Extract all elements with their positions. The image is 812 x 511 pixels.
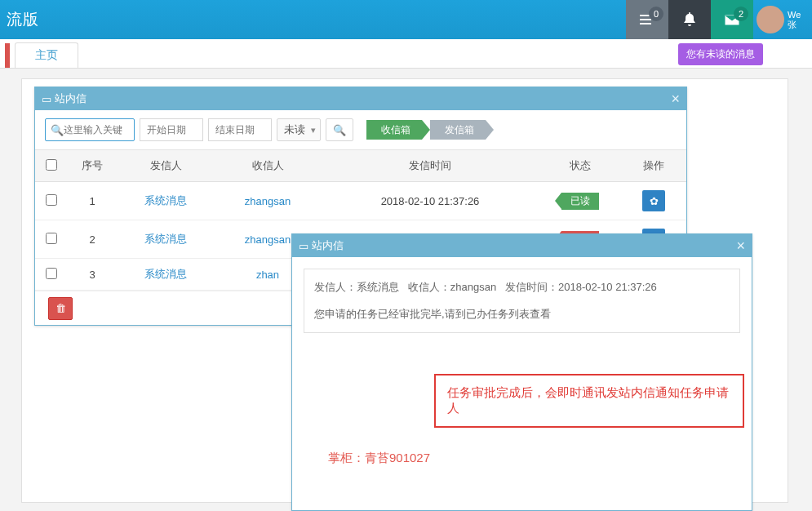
crumb-outbox[interactable]: 发信箱 — [430, 120, 486, 140]
sender-link[interactable]: 系统消息 — [117, 182, 215, 220]
trash-icon: 🗑 — [55, 302, 66, 314]
unread-toast[interactable]: 您有未读的消息 — [678, 43, 763, 65]
start-date-input[interactable] — [140, 118, 203, 141]
gear-icon: ✿ — [650, 195, 659, 207]
close-icon[interactable]: × — [671, 91, 680, 108]
tab-home[interactable]: 主页 — [15, 42, 78, 68]
avatar — [757, 6, 784, 33]
svg-rect-1 — [640, 19, 651, 20]
search-icon: 🔍 — [51, 124, 64, 136]
row-checkbox[interactable] — [46, 233, 57, 244]
brand-title: 流版 — [0, 9, 39, 30]
owner-line: 掌柜：青苔901027 — [328, 451, 740, 466]
search-button[interactable]: 🔍 — [326, 118, 353, 141]
delete-button[interactable]: 🗑 — [48, 297, 73, 320]
status-badge: 已读 — [561, 193, 599, 210]
tab-close-stub[interactable] — [5, 43, 10, 68]
annotation-callout: 任务审批完成后，会即时通讯发站内信通知任务申请人 — [434, 374, 744, 428]
detail-panel-header[interactable]: ▭ 站内信 × — [292, 234, 752, 257]
sender-link[interactable]: 系统消息 — [117, 259, 215, 291]
toolbar: 🔍 未读 🔍 收信箱 发信箱 — [35, 110, 686, 150]
row-action-button[interactable]: ✿ — [642, 190, 665, 211]
col-status: 状态 — [539, 150, 621, 182]
row-checkbox[interactable] — [46, 268, 57, 279]
search-box[interactable]: 🔍 — [45, 118, 135, 141]
notif-list-icon[interactable]: 0 — [626, 0, 668, 39]
window-icon: ▭ — [42, 93, 51, 105]
mail-count-badge: 2 — [734, 7, 748, 21]
detail-panel-title: 站内信 — [312, 238, 344, 253]
notif-count-badge: 0 — [649, 7, 663, 21]
message-meta: 发信人：系统消息 收信人：zhangsan 发信时间：2018-02-10 21… — [304, 269, 740, 333]
search-input[interactable] — [64, 124, 129, 136]
user-menu[interactable]: We 张 — [753, 0, 812, 39]
inbox-panel-header[interactable]: ▭ 站内信 × — [35, 87, 686, 110]
select-all-checkbox[interactable] — [46, 159, 57, 171]
top-icons: 0 2 We 张 — [626, 0, 812, 39]
mail-icon[interactable]: 2 — [711, 0, 753, 39]
sender-link[interactable]: 系统消息 — [117, 220, 215, 259]
bell-icon[interactable] — [668, 0, 711, 39]
col-time: 发信时间 — [321, 150, 539, 182]
search-icon: 🔍 — [333, 124, 346, 136]
close-icon[interactable]: × — [736, 238, 745, 255]
col-idx: 序号 — [68, 150, 117, 182]
col-op: 操作 — [621, 150, 686, 182]
table-row[interactable]: 1 系统消息 zhangsan 2018-02-10 21:37:26 已读 ✿ — [35, 182, 686, 220]
svg-rect-2 — [640, 23, 651, 24]
message-detail-panel: ▭ 站内信 × 发信人：系统消息 收信人：zhangsan 发信时间：2018-… — [291, 233, 752, 511]
crumb-inbox[interactable]: 收信箱 — [366, 120, 422, 140]
user-greet: We 张 — [788, 10, 801, 29]
window-icon: ▭ — [299, 240, 308, 252]
inbox-panel-title: 站内信 — [55, 91, 87, 106]
end-date-input[interactable] — [208, 118, 272, 141]
col-recipient: 收信人 — [215, 150, 321, 182]
status-filter-select[interactable]: 未读 — [277, 118, 321, 141]
recipient-link[interactable]: zhangsan — [215, 182, 321, 220]
top-bar: 流版 0 2 We 张 — [0, 0, 812, 39]
row-checkbox[interactable] — [46, 194, 57, 206]
col-sender: 发信人 — [117, 150, 215, 182]
message-body: 您申请的任务已经审批完毕,请到已办任务列表查看 — [314, 304, 730, 325]
